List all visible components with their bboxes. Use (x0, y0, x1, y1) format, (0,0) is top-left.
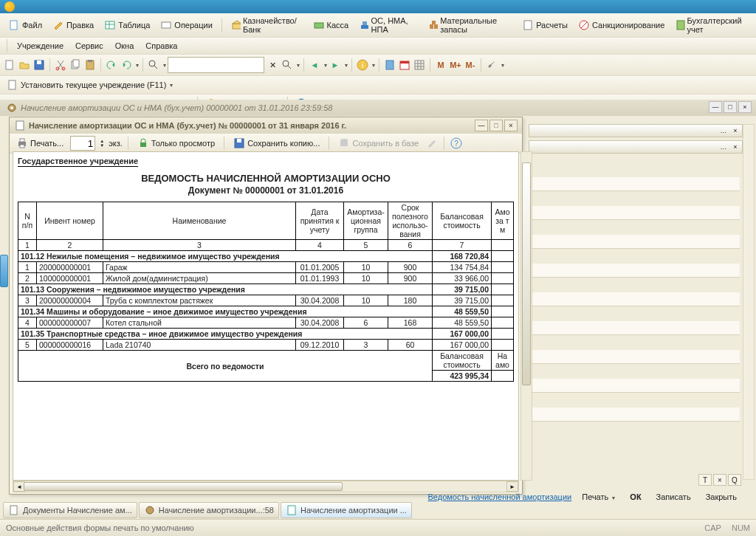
report-subtitle: Документ № 00000001 от 31.01.2016 (18, 185, 514, 196)
forward-button[interactable]: ► (329, 58, 342, 72)
close-icon[interactable]: × (730, 126, 740, 135)
chevron-down-icon[interactable]: ▾ (501, 62, 504, 69)
chevron-down-icon[interactable]: ▾ (297, 62, 300, 69)
field-line[interactable] (526, 235, 740, 249)
field-line[interactable] (526, 321, 740, 335)
grid-button[interactable] (413, 58, 426, 72)
print-menu-button[interactable]: Печать ▾ (577, 491, 619, 503)
field-line[interactable] (526, 408, 740, 422)
vertical-scrollbar[interactable] (520, 151, 532, 481)
close-button[interactable]: Закрыть (701, 491, 741, 503)
menu-institution[interactable]: Учреждение (13, 41, 68, 51)
menu-operations[interactable]: Операции (157, 18, 216, 32)
minimize-button[interactable]: — (475, 120, 488, 131)
table-row: 5000000000016Lada 21074009.12.2010360167… (18, 340, 514, 351)
wrench-icon (486, 59, 498, 71)
m-button[interactable]: М (434, 58, 447, 72)
tools-button[interactable] (485, 58, 498, 72)
separator (221, 18, 222, 32)
menu-calc[interactable]: Расчеты (518, 18, 571, 32)
mminus-button[interactable]: M- (464, 58, 477, 72)
save-button[interactable]: Записать (652, 491, 695, 503)
svg-rect-36 (400, 61, 409, 63)
ellipsis-button[interactable]: … (718, 142, 729, 151)
field-line[interactable] (526, 379, 740, 393)
scroll-thumb[interactable] (24, 482, 343, 491)
redo-icon (120, 59, 132, 71)
set-institution-button[interactable]: Установить текущее учреждение (F11) ▾ (3, 78, 176, 92)
close-button[interactable]: × (738, 101, 752, 113)
view-only-button[interactable]: Только просмотр (134, 137, 219, 150)
separator (430, 58, 430, 72)
restore-button[interactable]: □ (724, 101, 737, 113)
menu-help[interactable]: Справка (141, 41, 182, 51)
svg-text:i: i (362, 61, 363, 69)
menu-cash[interactable]: Касса (309, 18, 353, 32)
menu-windows[interactable]: Окна (111, 41, 139, 51)
calc-button[interactable] (383, 58, 396, 72)
close-icon[interactable]: × (730, 142, 740, 151)
calendar-button[interactable] (398, 58, 411, 72)
ok-button[interactable]: ОК (625, 491, 645, 503)
chevron-down-icon: ▾ (170, 82, 173, 89)
back-button[interactable]: ◄ (308, 58, 321, 72)
find-button[interactable] (147, 58, 160, 72)
copies-input[interactable] (70, 136, 95, 151)
minimize-button[interactable]: — (709, 101, 722, 113)
vedomost-link[interactable]: Ведомость начисленной амортизации (428, 492, 572, 501)
menu-assets[interactable]: ОС, НМА, НПА (355, 16, 422, 35)
new-button[interactable] (3, 58, 16, 72)
chevron-down-icon[interactable]: ▾ (136, 62, 139, 69)
table-row: 4000000000007Котел стальной30.04.2008616… (18, 317, 514, 329)
chevron-down-icon[interactable]: ▾ (345, 62, 348, 69)
search-next-button[interactable] (281, 58, 294, 72)
save-button[interactable] (32, 58, 46, 72)
menu-materials[interactable]: Материальные запасы (425, 16, 515, 35)
ellipsis-button[interactable]: … (718, 126, 729, 135)
close-button[interactable]: × (713, 474, 726, 486)
mdi-window-title: Начисление амортизации ОС и НМА (бух.уче… (0, 100, 756, 116)
doc-tab-active[interactable]: Начисление амортизации ... (281, 502, 412, 518)
paste-button[interactable] (83, 58, 97, 72)
svg-rect-5 (233, 24, 241, 29)
doc-tab[interactable]: Документы Начисление ам... (3, 502, 137, 518)
clear-search-button[interactable]: ✕ (266, 58, 279, 72)
doc-tab[interactable]: Начисление амортизации...:58 (139, 502, 279, 518)
field-line[interactable] (526, 264, 740, 278)
redo-button[interactable] (120, 58, 133, 72)
chevron-down-icon[interactable]: ▾ (372, 62, 375, 69)
menu-file[interactable]: Файл (4, 18, 46, 32)
search-input[interactable] (168, 57, 264, 73)
maximize-button[interactable]: □ (489, 120, 503, 131)
save-copy-button[interactable]: Сохранить копию... (230, 137, 323, 150)
menu-accounting[interactable]: Бухгалтерский учет (671, 16, 752, 35)
open-button[interactable] (18, 58, 31, 72)
collapse-handle[interactable] (0, 255, 8, 287)
cut-button[interactable] (54, 58, 67, 72)
menu-table[interactable]: Таблица (100, 18, 154, 32)
menu-edit[interactable]: Правка (49, 18, 97, 32)
svg-rect-42 (9, 80, 16, 89)
chevron-down-icon[interactable]: ▾ (163, 62, 166, 69)
preview-toolbar: Печать... ▲▼ экз. Только просмотр Сохран… (10, 134, 522, 154)
copy-button[interactable] (69, 58, 82, 72)
q-button[interactable]: Q (728, 474, 741, 486)
undo-button[interactable] (105, 58, 118, 72)
field-line[interactable] (526, 350, 740, 364)
field-line[interactable] (526, 292, 740, 306)
help-button[interactable]: i (356, 58, 369, 72)
preview-titlebar[interactable]: Начисление амортизации ОС и НМА (бух.уче… (10, 117, 522, 134)
field-line[interactable] (526, 177, 740, 191)
menu-treasury[interactable]: Казначейство/Банк (227, 16, 306, 35)
menu-sanction[interactable]: Санкционирование (574, 18, 668, 32)
close-button[interactable]: × (504, 120, 518, 131)
spinner-buttons[interactable]: ▲▼ (98, 137, 106, 150)
help-button[interactable]: ? (450, 137, 463, 150)
chevron-down-icon[interactable]: ▾ (324, 62, 327, 69)
print-button[interactable]: Печать... (13, 137, 67, 150)
menu-service[interactable]: Сервис (71, 41, 108, 51)
t-button[interactable]: Т (698, 474, 712, 486)
field-line[interactable] (526, 206, 740, 220)
mplus-button[interactable]: M+ (449, 58, 462, 72)
scroll-right-button[interactable]: ► (506, 481, 518, 492)
